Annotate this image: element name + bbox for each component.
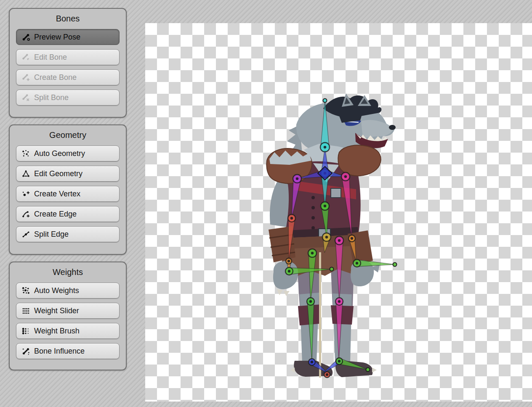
weight-brush-icon [21,326,31,336]
bone-influence-icon [21,346,31,356]
button-label: Weight Brush [34,327,80,336]
skeleton-overlay[interactable] [145,23,532,402]
button-label: Create Bone [34,73,77,82]
edit-bone-icon [21,53,31,62]
button-label: Create Edge [34,210,77,219]
edit-geometry-button[interactable]: Edit Geometry [16,166,120,182]
button-label: Auto Geometry [34,149,85,158]
button-label: Edit Bone [34,53,67,62]
weight-brush-button[interactable]: Weight Brush [16,323,120,339]
button-label: Bone Influence [34,347,85,356]
create-bone-button[interactable]: Create Bone [16,69,120,85]
weights-panel-title: Weights [10,262,126,278]
bones-panel-title: Bones [10,9,126,24]
split-bone-icon [21,93,31,102]
preview-pose-button[interactable]: Preview Pose [16,29,120,45]
weight-slider-button[interactable]: Weight Slider [16,303,120,319]
split-bone-button[interactable]: Split Bone [16,90,120,106]
create-vertex-button[interactable]: Create Vertex [16,186,120,202]
auto-weights-icon [21,286,31,295]
create-vertex-icon [21,189,31,198]
button-label: Create Vertex [34,190,80,198]
button-label: Weight Slider [34,307,79,315]
skinning-editor: Bones Preview Pose Edit Bone Create Bone [0,0,532,407]
create-edge-button[interactable]: Create Edge [16,206,120,222]
button-label: Split Bone [34,93,69,102]
auto-geometry-button[interactable]: Auto Geometry [16,145,120,161]
geometry-panel: Geometry Auto Geometry Edit Geometry Cre… [9,124,127,255]
auto-weights-button[interactable]: Auto Weights [16,283,120,299]
button-label: Preview Pose [34,33,80,42]
weights-panel: Weights Auto Weights Weight Slider Weigh… [9,262,127,370]
bone-influence-button[interactable]: Bone Influence [16,343,120,359]
split-edge-icon [21,230,31,239]
button-label: Auto Weights [34,286,79,295]
preview-pose-icon [21,32,31,42]
button-label: Split Edge [34,230,69,239]
geometry-panel-title: Geometry [10,125,126,140]
split-edge-button[interactable]: Split Edge [16,226,120,242]
create-bone-icon [21,73,31,82]
create-edge-icon [21,209,31,219]
button-label: Edit Geometry [34,169,82,178]
edit-geometry-icon [21,169,31,178]
weight-slider-icon [21,306,31,315]
bones-panel: Bones Preview Pose Edit Bone Create Bone [9,8,127,118]
auto-geometry-icon [21,149,31,158]
scene-canvas[interactable] [145,23,532,402]
edit-bone-button[interactable]: Edit Bone [16,49,120,65]
